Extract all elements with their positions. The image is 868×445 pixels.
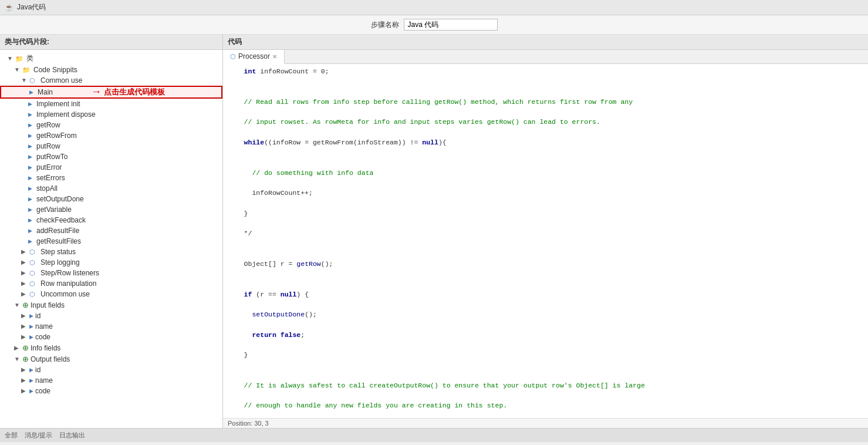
tree-item-step-row-listeners[interactable]: Step/Row listeners [0, 268, 222, 278]
tree-item-stopall[interactable]: stopAll [0, 183, 222, 194]
tree-item-step-status[interactable]: Step status [0, 247, 222, 257]
tree-item-checkfeedback[interactable]: checkFeedback [0, 215, 222, 225]
uncommon-use-label: Uncommon use [40, 290, 90, 298]
tree-item-putrow[interactable]: putRow [0, 141, 222, 151]
arrow-getresultfiles[interactable] [28, 238, 35, 245]
code-area[interactable]: int infoRowCount = 0; // Read all rows f… [223, 64, 868, 418]
tree-container[interactable]: 类 Code Snippits Common use Main [0, 50, 222, 428]
left-panel-header: 类与代码片段: [0, 35, 222, 50]
field-icon-input-id: ▶ [29, 313, 33, 319]
tree-item-getresultfiles[interactable]: getResultFiles [0, 236, 222, 247]
arrow-seterrors[interactable] [28, 174, 35, 181]
arrow-output-name[interactable] [21, 377, 28, 384]
seterrors-label: setErrors [36, 174, 65, 182]
arrow-putrow[interactable] [28, 143, 35, 150]
tree-item-getrow[interactable]: getRow [0, 120, 222, 130]
tree-item-code-snippits[interactable]: Code Snippits [0, 65, 222, 75]
tree-item-getvariable[interactable]: getVariable [0, 204, 222, 215]
tree-item-output-code[interactable]: ▶ code [0, 386, 222, 396]
output-name-label: name [35, 376, 53, 385]
java-icon: ☕ [5, 4, 13, 12]
tree-item-output-fields[interactable]: ⊕ Output fields [0, 353, 222, 365]
code-line-14: if (r == null) { [228, 289, 863, 299]
tree-item-step-logging[interactable]: Step logging [0, 257, 222, 268]
arrow-implement-dispose[interactable] [28, 111, 35, 118]
tree-item-putrowto[interactable]: putRowTo [0, 151, 222, 162]
arrow-output-fields[interactable] [14, 356, 21, 363]
arrow-output-id[interactable] [21, 366, 28, 373]
arrow-step-status[interactable] [21, 248, 28, 255]
arrow-code-snippits[interactable] [14, 66, 21, 73]
tree-item-input-name[interactable]: ▶ name [0, 321, 222, 332]
arrow-getvariable[interactable] [28, 206, 35, 213]
tree-item-input-fields[interactable]: ⊕ Input fields [0, 299, 222, 311]
code-line-20: // enough to handle any new fields you a… [228, 400, 863, 410]
tree-item-seterrors[interactable]: setErrors [0, 173, 222, 183]
puterror-label: putError [36, 163, 62, 171]
title-bar: ☕ Java代码 [0, 0, 868, 15]
tree-item-input-code[interactable]: ▶ code [0, 332, 222, 342]
bottom-item-1[interactable]: 消息/提示 [25, 431, 52, 440]
arrow-input-fields[interactable] [14, 302, 21, 309]
step-name-label: 步骤名称 [371, 20, 399, 30]
arrow-input-code[interactable] [21, 333, 28, 341]
arrow-implement-init[interactable] [28, 100, 35, 107]
arrow-step-row-listeners[interactable] [21, 269, 28, 277]
bottom-item-2[interactable]: 日志输出 [59, 431, 85, 440]
right-panel: 代码 ⬡ Processor ✕ int infoRowCount = 0; /… [223, 35, 868, 428]
info-fields-label: Info fields [31, 344, 60, 352]
arrow-setoutputdone[interactable] [28, 195, 35, 203]
tree-item-class[interactable]: 类 [0, 52, 222, 65]
arrow-step-logging[interactable] [21, 259, 28, 266]
bottom-item-0[interactable]: 全部 [5, 431, 18, 440]
arrow-getrowfrom[interactable] [28, 132, 35, 139]
snippet-icon-step-status [29, 248, 39, 255]
arrow-input-id[interactable] [21, 312, 28, 319]
code-line-10: */ [228, 228, 863, 238]
arrow-input-name[interactable] [21, 323, 28, 330]
field-icon-output-code: ▶ [29, 388, 33, 394]
getresultfiles-label: getResultFiles [36, 237, 81, 245]
arrow-row-manipulation[interactable] [21, 280, 28, 287]
tree-item-info-fields[interactable]: ⊕ Info fields [0, 342, 222, 353]
field-icon-input-name: ▶ [29, 323, 33, 329]
arrow-class[interactable] [7, 55, 14, 62]
processor-tab[interactable]: ⬡ Processor ✕ [223, 50, 285, 64]
tree-item-output-name[interactable]: ▶ name [0, 375, 222, 386]
arrow-output-code[interactable] [21, 387, 28, 395]
tree-item-main[interactable]: Main [0, 86, 222, 99]
tree-item-input-id[interactable]: ▶ id [0, 311, 222, 321]
tree-item-output-id[interactable]: ▶ id [0, 365, 222, 375]
tree-item-uncommon-use[interactable]: Uncommon use [0, 289, 222, 299]
arrow-puterror[interactable] [28, 164, 35, 171]
tree-item-getrowfrom[interactable]: getRowFrom [0, 130, 222, 141]
arrow-info-fields[interactable] [14, 345, 21, 352]
field-icon-input-code: ▶ [29, 334, 33, 340]
arrow-stopall[interactable] [28, 185, 35, 192]
tree-item-implement-init[interactable]: Implement init [0, 99, 222, 109]
arrow-putrowto[interactable] [28, 153, 35, 160]
arrow-getrow[interactable] [28, 122, 35, 129]
right-panel-header: 代码 [223, 35, 868, 50]
tree-item-common-use[interactable]: Common use [0, 75, 222, 86]
tree-item-setoutputdone[interactable]: setOutputDone [0, 194, 222, 204]
processor-tab-label: Processor [238, 52, 270, 60]
arrow-main[interactable] [29, 89, 36, 96]
arrow-checkfeedback[interactable] [28, 217, 35, 224]
arrow-common-use[interactable] [21, 77, 28, 84]
arrow-uncommon-use[interactable] [21, 291, 28, 298]
tree-item-addresultfile[interactable]: addResultFile [0, 225, 222, 236]
implement-init-label: Implement init [36, 100, 80, 108]
input-name-label: name [35, 322, 53, 331]
tree-item-puterror[interactable]: putError [0, 162, 222, 173]
step-status-label: Step status [40, 248, 76, 256]
snippet-icon-row-manipulation [29, 280, 39, 287]
main-area: 类与代码片段: 类 Code Snippits Common use [0, 35, 868, 428]
tree-item-row-manipulation[interactable]: Row manipulation [0, 278, 222, 289]
step-name-input[interactable] [404, 19, 498, 31]
arrow-addresultfile[interactable] [28, 227, 35, 234]
tree-item-implement-dispose[interactable]: Implement dispose [0, 109, 222, 120]
code-content: int infoRowCount = 0; // Read all rows f… [223, 64, 868, 418]
tab-close-btn[interactable]: ✕ [272, 53, 277, 60]
folder-icon-snippits [22, 66, 32, 73]
